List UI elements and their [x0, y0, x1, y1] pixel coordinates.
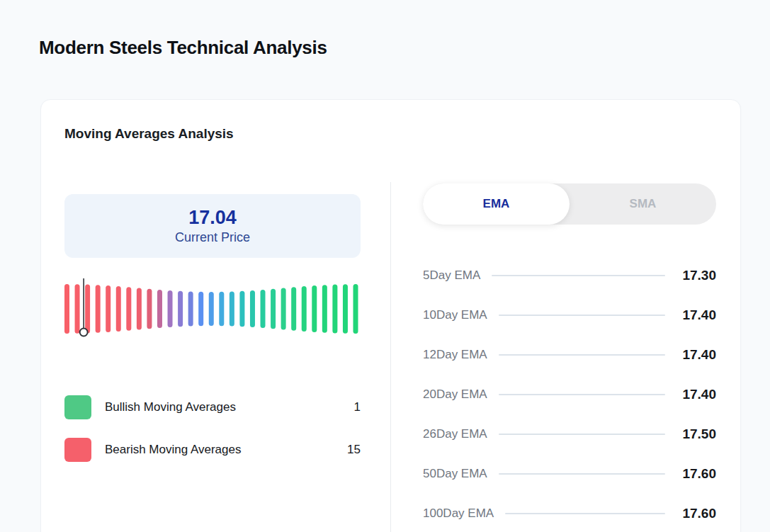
gauge-bar	[281, 288, 286, 330]
current-price-label: Current Price	[175, 230, 250, 245]
leader-line	[499, 315, 665, 316]
column-divider	[390, 182, 391, 532]
gauge-bar	[126, 287, 131, 330]
gauge-bar	[64, 284, 69, 334]
gauge-bar	[322, 285, 327, 333]
leader-line	[505, 513, 665, 514]
legend-label: Bullish Moving Averages	[105, 400, 236, 414]
legend-value: 15	[347, 443, 361, 457]
gauge-bar	[188, 291, 193, 326]
ema-row-value: 17.40	[679, 307, 716, 323]
gauge-svg	[64, 277, 361, 341]
gauge-bar	[116, 286, 121, 332]
legend-label: Bearish Moving Averages	[105, 443, 241, 457]
gauge-bar	[291, 287, 296, 330]
gauge-bar	[343, 284, 348, 334]
legend-swatch	[64, 395, 91, 419]
leader-line	[499, 394, 665, 395]
leader-line	[499, 434, 665, 435]
gauge-bar	[271, 289, 276, 329]
leader-line	[499, 354, 665, 356]
sentiment-gauge	[64, 277, 361, 341]
gauge-bar	[75, 284, 80, 334]
gauge-bar	[261, 290, 266, 328]
ema-list: 5Day EMA17.3010Day EMA17.4012Day EMA17.4…	[423, 256, 716, 532]
ema-row-label: 100Day EMA	[423, 506, 494, 521]
gauge-bar	[106, 285, 111, 332]
ema-row-value: 17.40	[679, 347, 716, 363]
moving-averages-card: Moving Averages Analysis 17.04 Current P…	[40, 99, 741, 532]
ema-row: 5Day EMA17.30	[423, 256, 716, 295]
ema-row-label: 10Day EMA	[423, 308, 487, 322]
ema-row: 20Day EMA17.40	[423, 375, 716, 414]
ema-row: 12Day EMA17.40	[423, 335, 716, 375]
leader-line	[492, 275, 665, 276]
gauge-bar	[239, 291, 244, 327]
ema-row: 100Day EMA17.60	[423, 494, 716, 532]
ema-row-value: 17.60	[679, 506, 716, 521]
gauge-bar	[85, 285, 90, 334]
gauge-bar	[198, 292, 203, 326]
ema-row-value: 17.30	[679, 268, 716, 283]
gauge-bar	[230, 291, 234, 326]
gauge-bar	[168, 290, 173, 327]
ema-row: 50Day EMA17.60	[423, 454, 716, 494]
gauge-bar	[147, 289, 152, 329]
gauge-bar	[219, 292, 224, 326]
ema-row-value: 17.40	[679, 387, 716, 402]
leader-line	[499, 473, 665, 475]
legend-swatch	[64, 438, 91, 462]
gauge-legend: Bullish Moving Averages1Bearish Moving A…	[64, 395, 361, 462]
gauge-needle-knob	[80, 329, 88, 336]
tab-ema[interactable]: EMA	[423, 183, 570, 225]
ema-row-label: 50Day EMA	[423, 467, 487, 481]
ema-row-label: 26Day EMA	[423, 427, 487, 441]
gauge-bar	[178, 291, 183, 327]
gauge-bar	[312, 285, 317, 332]
current-price-box: 17.04 Current Price	[64, 194, 361, 258]
gauge-bar	[250, 290, 255, 327]
ema-row-value: 17.50	[679, 426, 716, 442]
tab-sma[interactable]: SMA	[570, 183, 716, 225]
gauge-bar	[332, 285, 337, 334]
legend-row: Bearish Moving Averages15	[64, 438, 361, 462]
gauge-bar	[353, 284, 358, 334]
gauge-bar	[157, 290, 162, 328]
page-title: Modern Steels Technical Analysis	[39, 38, 327, 57]
legend-value: 1	[354, 400, 361, 414]
gauge-bar	[96, 285, 101, 333]
gauge-bar	[137, 288, 142, 330]
ema-row: 26Day EMA17.50	[423, 414, 716, 454]
ema-row: 10Day EMA17.40	[423, 295, 716, 335]
gauge-bar	[302, 286, 307, 332]
ema-row-label: 12Day EMA	[423, 348, 487, 362]
ema-row-label: 5Day EMA	[423, 268, 480, 283]
ma-type-tabs: EMASMA	[423, 183, 716, 225]
card-heading: Moving Averages Analysis	[64, 127, 234, 140]
ema-row-value: 17.60	[679, 466, 716, 482]
gauge-bar	[209, 292, 214, 326]
legend-row: Bullish Moving Averages1	[64, 395, 361, 419]
ema-row-label: 20Day EMA	[423, 387, 487, 402]
current-price-value: 17.04	[188, 207, 237, 229]
